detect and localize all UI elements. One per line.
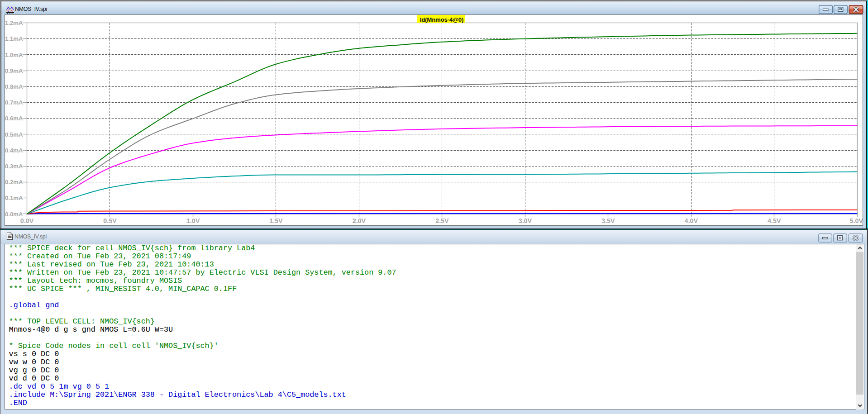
svg-text:4.0V: 4.0V (685, 217, 698, 224)
svg-text:2.5V: 2.5V (435, 217, 449, 224)
svg-text:1.0mA: 1.0mA (5, 52, 23, 58)
svg-text:0.9mA: 0.9mA (5, 67, 23, 74)
svg-text:0.5V: 0.5V (103, 217, 117, 224)
svg-text:1.2mA: 1.2mA (5, 19, 23, 26)
svg-text:1.1mA: 1.1mA (5, 35, 23, 42)
svg-text:0.3mA: 0.3mA (5, 163, 23, 170)
svg-text:0.0mA: 0.0mA (5, 211, 23, 218)
svg-text:0.7mA: 0.7mA (5, 99, 23, 106)
svg-text:4.5V: 4.5V (768, 217, 781, 224)
svg-text:1.0V: 1.0V (186, 217, 200, 224)
svg-text:5.0V: 5.0V (850, 217, 863, 224)
svg-text:3.5V: 3.5V (601, 217, 615, 224)
svg-text:0.0V: 0.0V (20, 217, 34, 224)
svg-text:0.4mA: 0.4mA (5, 147, 23, 154)
svg-text:Id(Mnmos-4@0): Id(Mnmos-4@0) (420, 16, 464, 23)
svg-text:0.8mA: 0.8mA (5, 83, 23, 90)
svg-text:0.6mA: 0.6mA (5, 115, 23, 122)
svg-text:0.1mA: 0.1mA (5, 195, 23, 201)
svg-text:0.5mA: 0.5mA (5, 131, 23, 138)
svg-text:1.5V: 1.5V (269, 217, 283, 224)
svg-text:3.0V: 3.0V (519, 217, 532, 224)
svg-text:2.0V: 2.0V (353, 217, 366, 224)
svg-text:0.2mA: 0.2mA (5, 179, 23, 186)
